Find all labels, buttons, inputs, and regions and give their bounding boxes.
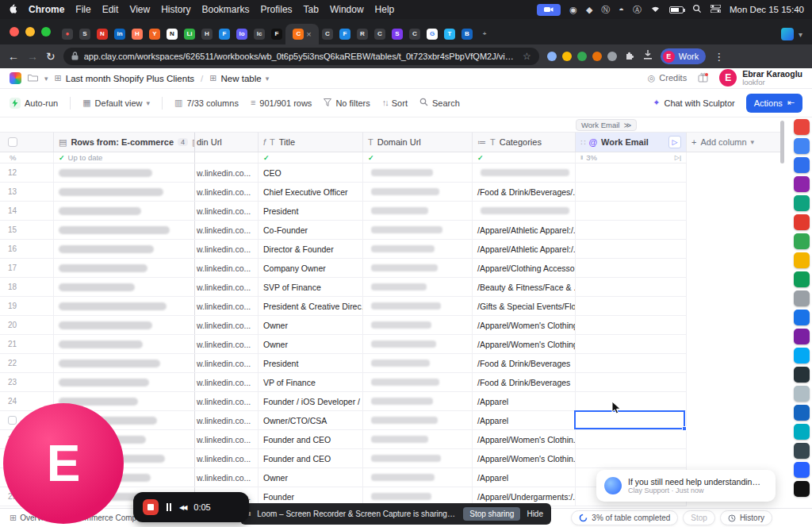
spotlight-search-icon[interactable]: [692, 4, 702, 16]
browser-tab[interactable]: C: [371, 24, 389, 44]
work-email-cell[interactable]: [576, 240, 687, 258]
row-checkbox[interactable]: [8, 416, 17, 425]
forward-button[interactable]: →: [27, 51, 38, 62]
browser-tab[interactable]: T: [441, 24, 458, 44]
dock-app-icon[interactable]: [794, 214, 810, 230]
company-cell[interactable]: [54, 202, 195, 220]
linkedin-url-cell[interactable]: w.linkedin.co...: [195, 335, 259, 353]
row-number-cell[interactable]: 22: [0, 354, 54, 372]
active-app-name[interactable]: Chrome: [29, 4, 64, 15]
work-email-cell[interactable]: [576, 392, 687, 410]
dock-app-icon[interactable]: [794, 329, 810, 344]
domain-url-cell[interactable]: [363, 240, 473, 258]
window-zoom-button[interactable]: [41, 27, 51, 37]
linkedin-url-cell[interactable]: w.linkedin.co...: [195, 392, 259, 410]
work-email-column-header[interactable]: ∷ @ Work Email ▷: [576, 133, 687, 152]
work-email-cell[interactable]: [576, 163, 687, 182]
row-number-cell[interactable]: 23: [0, 373, 54, 391]
reload-button[interactable]: ↻: [46, 51, 56, 62]
workspace-chevron-icon[interactable]: ▾: [44, 75, 48, 83]
status-icon-n[interactable]: Ⓝ: [601, 6, 610, 14]
row-number-cell[interactable]: 20: [0, 316, 54, 334]
categories-cell[interactable]: /Apparel/Women's Clothin...: [473, 449, 576, 467]
domain-url-cell[interactable]: [363, 202, 473, 220]
linkedin-url-cell[interactable]: w.linkedin.co...: [195, 221, 259, 239]
selection-handle[interactable]: [682, 426, 687, 431]
site-info-lock-icon[interactable]: [71, 49, 79, 63]
browser-tab[interactable]: H: [128, 24, 146, 44]
profile-tab-icon[interactable]: [781, 28, 794, 40]
chat-with-sculptor-button[interactable]: ✦ Chat with Sculptor: [653, 98, 734, 108]
linkedin-url-cell[interactable]: w.linkedin.co...: [195, 163, 259, 182]
domain-url-cell[interactable]: [363, 259, 473, 277]
work-email-cell[interactable]: [576, 183, 687, 201]
title-column-header[interactable]: f T Title: [259, 133, 363, 152]
title-cell[interactable]: Owner: [259, 335, 363, 353]
extensions-puzzle-icon[interactable]: [625, 49, 635, 63]
dock-app-icon[interactable]: [794, 157, 810, 173]
dock-app-icon[interactable]: [794, 252, 810, 268]
loom-stop-button[interactable]: [143, 499, 159, 515]
search-button[interactable]: Search: [419, 98, 460, 108]
linkedin-url-cell[interactable]: w.linkedin.co...: [195, 240, 259, 258]
browser-tab[interactable]: N: [94, 24, 111, 44]
title-cell[interactable]: President & Creative Direc...: [259, 297, 363, 315]
credits-button[interactable]: ◎ Credits: [648, 73, 687, 83]
linkedin-url-cell[interactable]: w.linkedin.co...: [195, 202, 259, 220]
wifi-icon[interactable]: [650, 4, 661, 15]
workspace-folder-icon[interactable]: [28, 74, 38, 83]
linkedin-url-cell[interactable]: w.linkedin.co...: [195, 354, 259, 372]
user-menu[interactable]: E Ebrar Karaoglu lookfor: [719, 69, 802, 87]
title-cell[interactable]: Owner: [259, 468, 363, 487]
downloads-icon[interactable]: [643, 49, 653, 63]
title-cell[interactable]: Chief Executive Officer: [259, 183, 363, 201]
categories-column-header[interactable]: ≔ T Categories: [473, 133, 576, 152]
row-number-cell[interactable]: 16: [0, 240, 54, 258]
tab-search-icon[interactable]: ▾: [799, 30, 802, 39]
gift-icon[interactable]: [698, 72, 708, 84]
company-cell[interactable]: [54, 316, 195, 334]
categories-cell[interactable]: /Food & Drink/Beverages: [473, 373, 576, 391]
pause-icon[interactable]: ‖: [580, 154, 583, 161]
add-column-header[interactable]: + Add column ▾: [687, 133, 783, 152]
browser-tab[interactable]: in: [111, 24, 128, 44]
company-cell[interactable]: [54, 259, 195, 277]
row-number-cell[interactable]: 18: [0, 278, 54, 296]
browser-tab[interactable]: C: [319, 24, 336, 44]
extension-icon[interactable]: [592, 52, 602, 61]
linkedin-url-cell[interactable]: w.linkedin.co...: [195, 183, 259, 201]
categories-cell[interactable]: /Apparel: [473, 392, 576, 410]
domain-url-cell[interactable]: [363, 163, 473, 182]
skip-icon[interactable]: ▷|: [675, 154, 681, 161]
company-cell[interactable]: [54, 335, 195, 353]
menu-item-bookmarks[interactable]: Bookmarks: [202, 4, 250, 15]
company-cell[interactable]: [54, 297, 195, 315]
work-email-cell[interactable]: [576, 259, 687, 277]
back-button[interactable]: ←: [8, 51, 19, 62]
dock-app-icon[interactable]: [794, 233, 810, 249]
work-email-cell[interactable]: [576, 221, 687, 239]
menu-item-file[interactable]: File: [75, 4, 90, 15]
apple-menu-icon[interactable]: [8, 3, 17, 17]
domain-url-cell[interactable]: [363, 297, 473, 315]
row-number-cell[interactable]: 15: [0, 221, 54, 239]
company-cell[interactable]: [54, 354, 195, 372]
screen-recording-indicator[interactable]: [537, 4, 561, 16]
clay-logo[interactable]: [10, 72, 21, 84]
dock-app-icon[interactable]: [794, 310, 810, 325]
extension-icon[interactable]: [607, 52, 617, 61]
work-email-cell[interactable]: [576, 278, 687, 296]
linkedin-url-cell[interactable]: w.linkedin.co...: [195, 468, 259, 487]
loom-pause-button[interactable]: [167, 503, 171, 511]
column-floating-pill[interactable]: Work Email ≫: [576, 119, 637, 131]
status-icon-record[interactable]: ◉: [569, 6, 577, 14]
work-email-cell[interactable]: [576, 335, 687, 353]
title-cell[interactable]: Owner: [259, 316, 363, 334]
categories-cell[interactable]: /Apparel/Athletic Apparel:/...: [473, 240, 576, 258]
webcam-bubble[interactable]: E: [3, 403, 124, 524]
extension-icon[interactable]: [577, 52, 587, 61]
categories-cell[interactable]: /Apparel: [473, 411, 576, 429]
linkedin-column-header[interactable]: din Url: [195, 133, 259, 152]
domain-url-cell[interactable]: [363, 430, 473, 448]
actions-button[interactable]: Actions ⇤: [746, 94, 802, 113]
